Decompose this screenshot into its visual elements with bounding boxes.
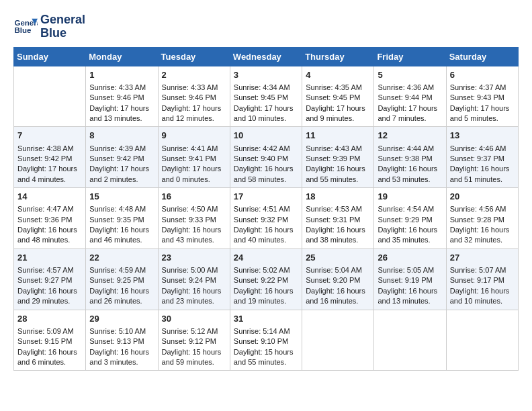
day-number: 22 — [89, 252, 154, 264]
day-number: 9 — [162, 130, 226, 142]
daylight-text: Daylight: 16 hours and 51 minutes. — [450, 164, 515, 185]
calendar-cell: 7Sunrise: 4:38 AMSunset: 9:42 PMDaylight… — [14, 127, 86, 188]
day-number: 6 — [450, 69, 515, 81]
calendar-cell: 29Sunrise: 5:10 AMSunset: 9:13 PMDayligh… — [86, 310, 158, 371]
sunset-text: Sunset: 9:17 PM — [450, 275, 515, 285]
day-number: 14 — [17, 191, 82, 203]
calendar-week-row: 1Sunrise: 4:33 AMSunset: 9:46 PMDaylight… — [14, 66, 519, 127]
sunrise-text: Sunrise: 4:44 AM — [378, 144, 442, 154]
calendar-week-row: 14Sunrise: 4:47 AMSunset: 9:36 PMDayligh… — [14, 188, 519, 249]
daylight-text: Daylight: 16 hours and 16 minutes. — [306, 286, 370, 307]
daylight-text: Daylight: 16 hours and 10 minutes. — [450, 286, 515, 307]
sunset-text: Sunset: 9:31 PM — [306, 215, 370, 225]
day-number: 21 — [17, 252, 82, 264]
calendar-week-row: 28Sunrise: 5:09 AMSunset: 9:15 PMDayligh… — [14, 310, 519, 371]
sunrise-text: Sunrise: 4:39 AM — [89, 144, 154, 154]
sunset-text: Sunset: 9:20 PM — [306, 275, 370, 285]
calendar-cell: 3Sunrise: 4:34 AMSunset: 9:45 PMDaylight… — [230, 66, 302, 127]
sunset-text: Sunset: 9:32 PM — [234, 215, 298, 225]
day-number: 10 — [234, 130, 298, 142]
page-header: General Blue General Blue — [13, 13, 519, 40]
calendar-table: SundayMondayTuesdayWednesdayThursdayFrid… — [13, 47, 519, 371]
day-number: 13 — [450, 130, 515, 142]
calendar-cell: 9Sunrise: 4:41 AMSunset: 9:41 PMDaylight… — [158, 127, 230, 188]
calendar-cell: 31Sunrise: 5:14 AMSunset: 9:10 PMDayligh… — [230, 310, 302, 371]
sunset-text: Sunset: 9:25 PM — [89, 275, 154, 285]
day-number: 12 — [378, 130, 442, 142]
calendar-cell: 26Sunrise: 5:05 AMSunset: 9:19 PMDayligh… — [374, 248, 446, 310]
sunset-text: Sunset: 9:42 PM — [17, 154, 82, 164]
sunrise-text: Sunrise: 4:59 AM — [89, 265, 154, 275]
calendar-cell: 5Sunrise: 4:36 AMSunset: 9:44 PMDaylight… — [374, 66, 446, 127]
calendar-cell: 15Sunrise: 4:48 AMSunset: 9:35 PMDayligh… — [86, 188, 158, 249]
sunset-text: Sunset: 9:36 PM — [17, 215, 82, 225]
day-of-week-header: Wednesday — [230, 47, 302, 66]
sunset-text: Sunset: 9:37 PM — [450, 154, 515, 164]
calendar-cell: 30Sunrise: 5:12 AMSunset: 9:12 PMDayligh… — [158, 310, 230, 371]
day-number: 20 — [450, 191, 515, 203]
day-number: 16 — [162, 191, 226, 203]
sunset-text: Sunset: 9:10 PM — [234, 336, 298, 347]
day-number: 18 — [306, 191, 370, 203]
day-number: 23 — [162, 252, 226, 264]
sunrise-text: Sunrise: 4:57 AM — [17, 265, 82, 275]
sunrise-text: Sunrise: 5:00 AM — [162, 265, 226, 275]
sunset-text: Sunset: 9:41 PM — [162, 154, 226, 164]
daylight-text: Daylight: 16 hours and 40 minutes. — [234, 225, 298, 246]
calendar-cell: 19Sunrise: 4:54 AMSunset: 9:29 PMDayligh… — [374, 188, 446, 249]
sunset-text: Sunset: 9:46 PM — [162, 93, 226, 103]
daylight-text: Daylight: 16 hours and 55 minutes. — [306, 164, 370, 185]
sunset-text: Sunset: 9:42 PM — [89, 154, 154, 164]
sunset-text: Sunset: 9:44 PM — [378, 93, 442, 103]
daylight-text: Daylight: 16 hours and 58 minutes. — [234, 164, 298, 185]
sunset-text: Sunset: 9:29 PM — [378, 215, 442, 225]
calendar-cell: 8Sunrise: 4:39 AMSunset: 9:42 PMDaylight… — [86, 127, 158, 188]
daylight-text: Daylight: 16 hours and 48 minutes. — [17, 225, 82, 246]
sunrise-text: Sunrise: 4:46 AM — [450, 144, 515, 154]
sunrise-text: Sunrise: 4:53 AM — [306, 204, 370, 214]
sunset-text: Sunset: 9:22 PM — [234, 275, 298, 285]
sunset-text: Sunset: 9:46 PM — [89, 93, 154, 103]
day-of-week-header: Monday — [86, 47, 158, 66]
day-number: 8 — [89, 130, 154, 142]
logo: General Blue General Blue — [13, 13, 85, 40]
day-of-week-header: Friday — [374, 47, 446, 66]
sunset-text: Sunset: 9:24 PM — [162, 275, 226, 285]
calendar-cell: 23Sunrise: 5:00 AMSunset: 9:24 PMDayligh… — [158, 248, 230, 310]
sunrise-text: Sunrise: 5:07 AM — [450, 265, 515, 275]
daylight-text: Daylight: 15 hours and 59 minutes. — [162, 347, 226, 368]
sunrise-text: Sunrise: 4:50 AM — [162, 204, 226, 214]
day-number: 4 — [306, 69, 370, 81]
sunrise-text: Sunrise: 4:36 AM — [378, 83, 442, 93]
sunrise-text: Sunrise: 4:51 AM — [234, 204, 298, 214]
sunrise-text: Sunrise: 4:33 AM — [162, 83, 226, 93]
sunset-text: Sunset: 9:43 PM — [450, 93, 515, 103]
day-number: 28 — [17, 313, 82, 325]
calendar-week-row: 7Sunrise: 4:38 AMSunset: 9:42 PMDaylight… — [14, 127, 519, 188]
day-number: 3 — [234, 69, 298, 81]
day-number: 24 — [234, 252, 298, 264]
sunrise-text: Sunrise: 4:33 AM — [89, 83, 154, 93]
daylight-text: Daylight: 17 hours and 5 minutes. — [450, 103, 515, 124]
sunrise-text: Sunrise: 4:47 AM — [17, 204, 82, 214]
daylight-text: Daylight: 16 hours and 26 minutes. — [89, 286, 154, 307]
calendar-cell: 28Sunrise: 5:09 AMSunset: 9:15 PMDayligh… — [14, 310, 86, 371]
sunset-text: Sunset: 9:39 PM — [306, 154, 370, 164]
calendar-cell: 11Sunrise: 4:43 AMSunset: 9:39 PMDayligh… — [302, 127, 374, 188]
sunset-text: Sunset: 9:27 PM — [17, 275, 82, 285]
sunset-text: Sunset: 9:45 PM — [234, 93, 298, 103]
calendar-cell: 18Sunrise: 4:53 AMSunset: 9:31 PMDayligh… — [302, 188, 374, 249]
calendar-cell: 12Sunrise: 4:44 AMSunset: 9:38 PMDayligh… — [374, 127, 446, 188]
day-number: 30 — [162, 313, 226, 325]
day-number: 29 — [89, 313, 154, 325]
daylight-text: Daylight: 17 hours and 0 minutes. — [162, 164, 226, 185]
sunrise-text: Sunrise: 4:43 AM — [306, 144, 370, 154]
daylight-text: Daylight: 16 hours and 35 minutes. — [378, 225, 442, 246]
sunrise-text: Sunrise: 5:10 AM — [89, 326, 154, 336]
calendar-cell: 27Sunrise: 5:07 AMSunset: 9:17 PMDayligh… — [446, 248, 518, 310]
day-number: 31 — [234, 313, 298, 325]
svg-text:Blue: Blue — [14, 26, 32, 34]
sunrise-text: Sunrise: 4:41 AM — [162, 144, 226, 154]
calendar-cell: 24Sunrise: 5:02 AMSunset: 9:22 PMDayligh… — [230, 248, 302, 310]
sunset-text: Sunset: 9:28 PM — [450, 215, 515, 225]
